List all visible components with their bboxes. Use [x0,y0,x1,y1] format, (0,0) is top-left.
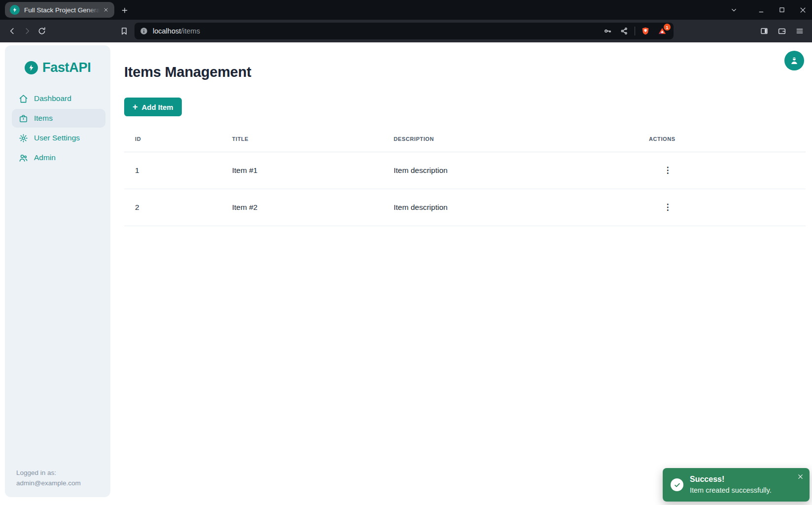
main-content: Items Management + Add Item ID TITLE DES… [124,42,806,505]
cell-id: 2 [124,189,221,226]
sidebar: FastAPI Dashboard Items User Settings A [5,45,110,497]
sidebar-item-label: Admin [34,153,56,162]
window-controls [729,0,807,20]
header-id: ID [124,126,221,152]
key-icon[interactable] [601,25,614,37]
cell-description: Item description [383,189,638,226]
site-info-icon[interactable] [139,27,148,35]
cell-description: Item description [383,152,638,189]
brave-rewards-icon[interactable]: 1 [656,25,669,37]
window-maximize-button[interactable] [778,5,786,14]
gear-icon [19,134,28,143]
sidebar-item-admin[interactable]: Admin [12,148,105,167]
cell-id: 1 [124,152,221,189]
tab-title: Full Stack Project Genera [24,6,100,14]
header-actions: ACTIONS [638,126,806,152]
fastapi-favicon-icon [10,5,20,15]
table-row: 1 Item #1 Item description ⋮ [124,152,806,189]
sidebar-item-label: User Settings [34,134,80,142]
home-icon [19,94,28,103]
header-title: TITLE [221,126,383,152]
url-text: localhost/items [153,27,601,35]
toast-close-icon[interactable] [796,472,805,481]
items-table: ID TITLE DESCRIPTION ACTIONS 1 Item #1 I… [124,126,806,226]
menu-icon[interactable] [792,24,807,38]
brand: FastAPI [5,45,110,75]
address-bar[interactable]: localhost/items 1 [135,23,674,39]
success-toast: Success! Item created successfully. [663,468,810,502]
brand-name: FastAPI [42,60,91,75]
briefcase-icon [19,114,28,123]
user-icon [789,55,800,66]
sidebar-item-items[interactable]: Items [12,109,105,128]
reload-button[interactable] [34,24,49,38]
user-avatar-button[interactable] [784,51,804,70]
url-path: /items [181,27,200,35]
window-minimize-button[interactable] [757,5,766,14]
row-actions-menu-icon[interactable]: ⋮ [661,164,675,177]
side-panel-icon[interactable] [757,24,772,38]
page-content: FastAPI Dashboard Items User Settings A [0,42,812,505]
wallet-icon[interactable] [775,24,789,38]
tab-bar: Full Stack Project Genera [0,0,812,20]
browser-tab[interactable]: Full Stack Project Genera [5,2,114,18]
bookmark-icon[interactable] [117,24,132,38]
window-close-button[interactable] [798,5,807,14]
sidebar-item-dashboard[interactable]: Dashboard [12,89,105,108]
add-item-label: Add Item [142,103,173,111]
forward-button[interactable] [20,24,34,38]
page-title: Items Management [124,61,806,83]
table-row: 2 Item #2 Item description ⋮ [124,189,806,226]
sidebar-item-user-settings[interactable]: User Settings [12,129,105,147]
table-header-row: ID TITLE DESCRIPTION ACTIONS [124,126,806,152]
tab-close-icon[interactable] [102,5,110,14]
toast-title: Success! [690,474,772,484]
users-icon [19,153,28,163]
logged-in-status: Logged in as: admin@example.com [16,468,81,488]
back-button[interactable] [5,24,20,38]
add-item-button[interactable]: + Add Item [124,98,182,116]
row-actions-menu-icon[interactable]: ⋮ [661,201,675,214]
new-tab-button[interactable] [118,4,131,17]
header-description: DESCRIPTION [383,126,638,152]
sidebar-nav: Dashboard Items User Settings Admin [5,89,110,167]
share-icon[interactable] [618,25,631,37]
url-host: localhost [153,27,181,35]
sidebar-item-label: Items [34,114,53,123]
chevron-down-icon[interactable] [729,5,738,14]
toast-message: Item created successfully. [690,485,772,495]
logged-in-label: Logged in as: [16,468,81,478]
plus-icon: + [133,102,138,111]
fastapi-logo-icon [25,61,38,74]
check-circle-icon [671,478,683,491]
cell-title: Item #1 [221,152,383,189]
brave-shield-icon[interactable] [639,25,652,37]
browser-toolbar: localhost/items 1 [0,20,812,42]
browser-window: Full Stack Project Genera [0,0,812,505]
rewards-badge: 1 [664,24,671,31]
sidebar-item-label: Dashboard [34,94,71,103]
logged-in-email: admin@example.com [16,478,81,488]
toolbar-separator [635,27,635,35]
cell-title: Item #2 [221,189,383,226]
